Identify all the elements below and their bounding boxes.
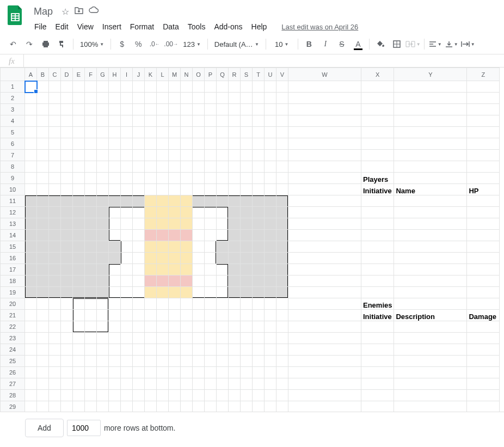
cell-F28[interactable]: [85, 390, 97, 401]
cell-C3[interactable]: [49, 104, 61, 115]
cell-V20[interactable]: [276, 298, 288, 310]
cell-B10[interactable]: [37, 184, 49, 195]
cell-V5[interactable]: [276, 127, 288, 138]
cell-X12[interactable]: [361, 207, 394, 218]
cell-Y27[interactable]: [394, 378, 467, 390]
cell-T1[interactable]: [253, 81, 265, 93]
undo-button[interactable]: ↶: [5, 36, 21, 52]
cell-E15[interactable]: [73, 241, 85, 253]
cell-L27[interactable]: [157, 378, 169, 390]
cell-O22[interactable]: [193, 321, 205, 333]
cell-O7[interactable]: [193, 150, 205, 161]
cell-O19[interactable]: [193, 287, 205, 298]
cell-D17[interactable]: [61, 264, 73, 275]
cell-C18[interactable]: [49, 275, 61, 287]
cell-O10[interactable]: [193, 184, 205, 195]
cell-Q20[interactable]: [217, 298, 229, 310]
cell-Q5[interactable]: [217, 127, 229, 138]
cell-K12[interactable]: [145, 207, 157, 218]
cell-M20[interactable]: [169, 298, 181, 310]
cell-L9[interactable]: [157, 173, 169, 184]
cell-O11[interactable]: [193, 195, 205, 207]
cell-M23[interactable]: [169, 333, 181, 344]
cell-W21[interactable]: [288, 310, 361, 321]
row-header-20[interactable]: 20: [1, 298, 25, 310]
cell-P18[interactable]: [205, 275, 217, 287]
cell-E7[interactable]: [73, 150, 85, 161]
cell-T5[interactable]: [253, 127, 265, 138]
cell-N8[interactable]: [181, 161, 193, 173]
cell-U8[interactable]: [265, 161, 276, 173]
row-header-17[interactable]: 17: [1, 264, 25, 275]
cell-T19[interactable]: [253, 287, 265, 298]
cell-B18[interactable]: [37, 275, 49, 287]
cell-L18[interactable]: [157, 275, 169, 287]
cell-A23[interactable]: [25, 333, 37, 344]
cell-T22[interactable]: [253, 321, 265, 333]
paint-format-button[interactable]: [54, 36, 70, 52]
cell-B27[interactable]: [37, 378, 49, 390]
cell-G26[interactable]: [97, 367, 109, 378]
cell-D4[interactable]: [61, 115, 73, 127]
cell-T24[interactable]: [253, 344, 265, 356]
cell-B28[interactable]: [37, 390, 49, 401]
cell-Y12[interactable]: [394, 207, 467, 218]
cell-F23[interactable]: [85, 333, 97, 344]
cell-N1[interactable]: [181, 81, 193, 93]
cell-P3[interactable]: [205, 104, 217, 115]
cell-G6[interactable]: [97, 138, 109, 150]
cell-A13[interactable]: [25, 218, 37, 230]
cell-R28[interactable]: [229, 390, 241, 401]
cell-N22[interactable]: [181, 321, 193, 333]
cell-G21[interactable]: [97, 310, 109, 321]
row-header-14[interactable]: 14: [1, 230, 25, 241]
cell-P19[interactable]: [205, 287, 217, 298]
cell-M4[interactable]: [169, 115, 181, 127]
cell-Y25[interactable]: [394, 356, 467, 367]
cell-T4[interactable]: [253, 115, 265, 127]
cell-W14[interactable]: [288, 230, 361, 241]
cell-M9[interactable]: [169, 173, 181, 184]
h-align-button[interactable]: ▼: [428, 36, 443, 52]
cell-C9[interactable]: [49, 173, 61, 184]
cell-P17[interactable]: [205, 264, 217, 275]
cell-W22[interactable]: [288, 321, 361, 333]
cell-L24[interactable]: [157, 344, 169, 356]
cell-J14[interactable]: [133, 230, 145, 241]
cell-F26[interactable]: [85, 367, 97, 378]
cell-J28[interactable]: [133, 390, 145, 401]
cell-L17[interactable]: [157, 264, 169, 275]
row-header-22[interactable]: 22: [1, 321, 25, 333]
cell-T28[interactable]: [253, 390, 265, 401]
cell-N26[interactable]: [181, 367, 193, 378]
cell-G23[interactable]: [97, 333, 109, 344]
cell-C12[interactable]: [49, 207, 61, 218]
cell-D23[interactable]: [61, 333, 73, 344]
col-header-P[interactable]: P: [205, 68, 217, 81]
cell-S4[interactable]: [241, 115, 253, 127]
cell-E27[interactable]: [73, 378, 85, 390]
cell-B16[interactable]: [37, 253, 49, 264]
cell-L2[interactable]: [157, 93, 169, 104]
row-header-3[interactable]: 3: [1, 104, 25, 115]
cell-H15[interactable]: [109, 241, 121, 253]
cell-L28[interactable]: [157, 390, 169, 401]
cell-R21[interactable]: [229, 310, 241, 321]
cell-M13[interactable]: [169, 218, 181, 230]
cell-C1[interactable]: [49, 81, 61, 93]
more-formats-dropdown[interactable]: 123▼: [180, 36, 204, 52]
cell-Y18[interactable]: [394, 275, 467, 287]
cell-L22[interactable]: [157, 321, 169, 333]
cell-T12[interactable]: [253, 207, 265, 218]
cell-A1[interactable]: [25, 81, 37, 93]
cell-P29[interactable]: [205, 401, 217, 412]
col-header-V[interactable]: V: [276, 68, 288, 81]
cell-O27[interactable]: [193, 378, 205, 390]
cell-H29[interactable]: [109, 401, 121, 412]
cell-Q29[interactable]: [217, 401, 229, 412]
cell-A14[interactable]: [25, 230, 37, 241]
cell-R10[interactable]: [229, 184, 241, 195]
cell-P26[interactable]: [205, 367, 217, 378]
row-header-7[interactable]: 7: [1, 150, 25, 161]
cell-V16[interactable]: [276, 253, 288, 264]
